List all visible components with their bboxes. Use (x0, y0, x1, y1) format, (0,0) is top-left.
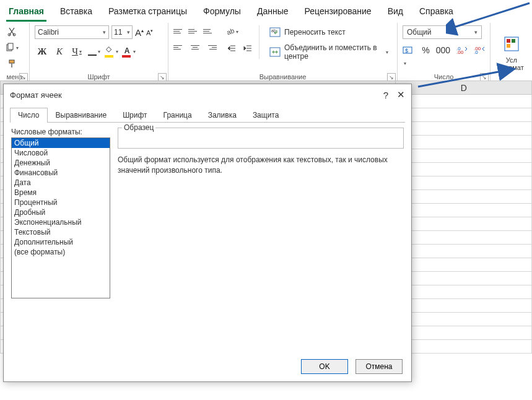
group-label-alignment: Выравнивание (173, 73, 392, 80)
svg-rect-5 (11, 63, 12, 67)
format-item-number[interactable]: Числовой (12, 148, 110, 158)
format-list-label: Числовые форматы: (11, 128, 110, 136)
italic-button[interactable]: К (52, 45, 67, 58)
cancel-button[interactable]: Отмена (355, 359, 403, 374)
increase-decimal-icon: .0.00 (456, 45, 468, 54)
dialog-tab-alignment[interactable]: Выравнивание (48, 108, 115, 123)
currency-icon: $ (403, 45, 414, 55)
orientation-button[interactable]: ab (224, 25, 239, 38)
underline-button[interactable]: Ч (69, 45, 84, 58)
border-icon (88, 47, 97, 56)
decrease-decimal-button[interactable]: .00.0 (474, 45, 485, 67)
tab-help[interactable]: Справка (417, 4, 456, 22)
increase-indent-button[interactable] (240, 43, 255, 55)
column-header-d[interactable]: D (396, 81, 532, 95)
bold-button[interactable]: Ж (35, 45, 50, 58)
paint-bucket-icon (105, 46, 115, 56)
merge-icon (269, 47, 281, 57)
dialog-title: Формат ячеек (10, 90, 62, 100)
dialog-close-button[interactable]: ✕ (397, 89, 405, 100)
group-alignment: ab ab Переносить текст (168, 23, 398, 82)
format-item-fraction[interactable]: Дробный (12, 207, 110, 217)
wrap-text-label: Переносить текст (284, 28, 346, 37)
percent-format-button[interactable]: % (422, 45, 429, 67)
conditional-format-icon[interactable] (503, 35, 520, 53)
copy-button[interactable] (5, 41, 19, 54)
merge-center-button[interactable]: Объединить и поместить в центре (266, 45, 392, 59)
svg-rect-18 (512, 39, 515, 43)
align-bottom-button[interactable] (203, 25, 217, 37)
align-middle-button[interactable] (188, 25, 202, 37)
group-clipboard: мена (0, 23, 30, 82)
number-format-combo[interactable]: Общий ▾ (403, 25, 482, 39)
align-top-button[interactable] (173, 25, 187, 37)
accounting-format-button[interactable]: $ (403, 45, 416, 67)
group-styles-partial: Усл формат (491, 23, 529, 82)
format-item-general[interactable]: Общий (12, 138, 110, 148)
format-item-accounting[interactable]: Финансовый (12, 168, 110, 178)
dialog-tab-number[interactable]: Число (10, 108, 48, 123)
dialog-tab-border[interactable]: Граница (155, 108, 200, 123)
cut-button[interactable] (5, 25, 19, 38)
group-font: Calibri ▾ 11 ▾ A▴ A▾ Ж К Ч А Шрифт (30, 23, 168, 82)
number-format-value: Общий (407, 28, 432, 37)
sample-label: Образец (122, 123, 155, 132)
increase-font-button[interactable]: A▴ (135, 27, 144, 38)
dialog-tab-protection[interactable]: Защита (245, 108, 287, 123)
tab-view[interactable]: Вид (385, 4, 406, 22)
ribbon-tabs: Главная Вставка Разметка страницы Формул… (0, 0, 532, 22)
tab-review[interactable]: Рецензирование (302, 4, 374, 22)
decrease-font-button[interactable]: A▾ (146, 28, 153, 37)
wrap-text-button[interactable]: ab Переносить текст (266, 25, 392, 39)
increase-decimal-button[interactable]: .0.00 (456, 45, 468, 67)
outdent-icon (227, 44, 237, 54)
tab-home[interactable]: Главная (6, 4, 46, 22)
format-item-time[interactable]: Время (12, 188, 110, 198)
comma-format-button[interactable]: 000 (436, 45, 450, 67)
svg-text:ab: ab (225, 27, 235, 36)
svg-rect-4 (9, 60, 14, 63)
styles-label-2: формат (499, 64, 524, 71)
font-name-combo[interactable]: Calibri ▾ (35, 25, 109, 39)
format-item-custom[interactable]: (все форматы) (12, 247, 110, 257)
tab-formulas[interactable]: Формулы (201, 4, 243, 22)
format-item-currency[interactable]: Денежный (12, 158, 110, 168)
dialog-tab-fill[interactable]: Заливка (200, 108, 245, 123)
align-left-button[interactable] (173, 41, 187, 53)
dialog-titlebar[interactable]: Формат ячеек ? ✕ (4, 84, 411, 105)
wrap-text-icon: ab (269, 27, 281, 37)
format-item-special[interactable]: Дополнительный (12, 237, 110, 247)
format-description: Общий формат используется для отображени… (118, 155, 404, 176)
orientation-icon: ab (225, 27, 235, 37)
format-item-scientific[interactable]: Экспоненциальный (12, 217, 110, 227)
font-name-value: Calibri (38, 28, 59, 37)
number-format-list[interactable]: Общий Числовой Денежный Финансовый Дата … (11, 137, 110, 298)
tab-data[interactable]: Данные (255, 4, 291, 22)
chevron-down-icon: ▾ (103, 29, 106, 35)
chevron-down-icon: ▾ (474, 29, 477, 35)
font-size-value: 11 (114, 28, 122, 37)
svg-text:$: $ (405, 48, 408, 54)
borders-button[interactable] (87, 45, 102, 58)
dialog-tab-font[interactable]: Шрифт (115, 108, 155, 123)
format-item-percentage[interactable]: Процентный (12, 198, 110, 207)
font-size-combo[interactable]: 11 ▾ (111, 25, 133, 39)
font-color-icon: А (122, 46, 132, 56)
dialog-tabs: Число Выравнивание Шрифт Граница Заливка… (10, 108, 405, 123)
group-label-font: Шрифт (35, 73, 163, 80)
decrease-indent-button[interactable] (224, 43, 239, 55)
tab-page-layout[interactable]: Разметка страницы (106, 4, 190, 22)
fill-color-button[interactable] (104, 45, 119, 58)
align-right-button[interactable] (203, 41, 217, 53)
format-item-date[interactable]: Дата (12, 178, 110, 188)
tab-insert[interactable]: Вставка (58, 4, 95, 22)
font-color-button[interactable]: А (121, 45, 136, 58)
decrease-decimal-icon: .00.0 (474, 45, 485, 54)
sample-box: Образец (118, 128, 404, 149)
format-painter-button[interactable] (5, 58, 19, 70)
dialog-help-button[interactable]: ? (383, 90, 388, 100)
align-center-button[interactable] (188, 41, 202, 53)
group-label-number: Число (403, 73, 485, 80)
format-item-text[interactable]: Текстовый (12, 227, 110, 237)
ok-button[interactable]: OK (301, 359, 348, 374)
